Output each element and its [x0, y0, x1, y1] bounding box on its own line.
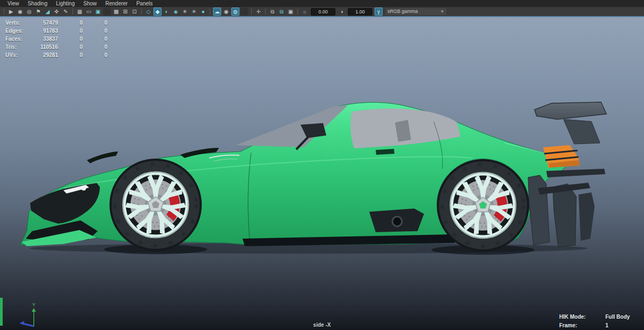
toolbar-separator: [72, 9, 73, 15]
poly-label: Tris:: [5, 44, 33, 50]
color-transform-dropdown[interactable]: sRGB gamma ▼: [385, 8, 447, 16]
poly-value: 0: [58, 44, 83, 50]
field-chart-icon[interactable]: ▩: [112, 8, 120, 16]
contrast-field[interactable]: 1.00: [348, 8, 372, 16]
poly-value: 0: [83, 52, 107, 58]
poly-label: UVs:: [5, 52, 33, 58]
depth-of-field-icon[interactable]: ■: [240, 8, 248, 16]
wireframe-on-shaded-icon[interactable]: ◈: [172, 8, 180, 16]
toolbar-separator: [210, 9, 210, 15]
poly-value: 0: [58, 52, 83, 58]
camera-attributes-icon[interactable]: ◎: [25, 8, 33, 16]
textured-icon[interactable]: ◐: [163, 8, 171, 16]
bookmark-icon[interactable]: ⚑: [34, 8, 42, 16]
poly-label: Edges:: [5, 28, 33, 34]
poly-count-row: Edges: 91783 0 0: [5, 27, 107, 35]
safe-title-icon[interactable]: ⊡: [130, 8, 138, 16]
film-gate-icon[interactable]: ▭: [85, 8, 93, 16]
hik-hud: HIK Mode: Full Body Frame: 1: [559, 314, 640, 330]
isolate-select-icon[interactable]: ✛: [254, 8, 262, 16]
poly-label: Faces:: [5, 36, 33, 42]
poly-value: 33837: [33, 36, 58, 42]
image-plane-icon[interactable]: ◢: [43, 8, 52, 16]
menu-shading[interactable]: Shading: [24, 0, 52, 7]
poly-count-hud: Verts: 57479 0 0 Edges: 91783 0 0 Faces:…: [5, 19, 107, 59]
hik-mode-label: HIK Mode:: [559, 314, 605, 322]
poly-count-row: UVs: 29281 0 0: [5, 51, 107, 59]
grid-icon[interactable]: ▦: [76, 8, 84, 16]
hik-mode-value: Full Body: [605, 314, 630, 322]
snapshot-icon[interactable]: ⧉: [268, 8, 276, 16]
taillight: [543, 145, 580, 168]
lights-icon[interactable]: ☀: [190, 8, 198, 16]
chevron-down-icon: ▼: [440, 8, 444, 15]
motion-blur-icon[interactable]: ◉: [222, 8, 230, 16]
menu-renderer[interactable]: Renderer: [101, 0, 132, 7]
menu-view[interactable]: View: [3, 0, 24, 7]
poly-value: 0: [83, 44, 107, 50]
toolbar-separator: [297, 9, 298, 15]
shadows-icon[interactable]: ●: [199, 8, 207, 16]
axis-gizmo: Y: [10, 301, 47, 330]
exposure-field[interactable]: 0.00: [311, 8, 335, 16]
poly-value: 0: [58, 20, 83, 26]
viewport-3d[interactable]: Verts: 57479 0 0 Edges: 91783 0 0 Faces:…: [0, 16, 644, 330]
wireframe-icon[interactable]: ◇: [144, 8, 152, 16]
anti-aliasing-icon[interactable]: ◍: [231, 8, 239, 16]
pan-zoom-icon[interactable]: ✜: [53, 8, 61, 16]
axis-y-label: Y: [32, 302, 35, 307]
camera-name-label: side -X: [0, 322, 644, 328]
ssao-icon[interactable]: ☁: [213, 8, 221, 16]
poly-value: 57479: [33, 20, 58, 26]
poly-value: 29281: [33, 52, 58, 58]
toolbar-separator: [251, 9, 252, 15]
poly-count-row: Verts: 57479 0 0: [5, 19, 107, 27]
gamma-icon[interactable]: γ: [375, 8, 383, 16]
car-model-render: [0, 17, 644, 330]
poly-label: Verts:: [5, 20, 33, 26]
poly-value: 0: [58, 36, 83, 42]
xray-icon[interactable]: ✳: [181, 8, 189, 16]
panel-menu-bar: View Shading Lighting Show Renderer Pane…: [0, 0, 644, 7]
toolbar-separator: [4, 9, 4, 15]
frame-value: 1: [605, 322, 609, 330]
resolution-gate-icon[interactable]: ▣: [94, 8, 102, 16]
image-view-icon[interactable]: ▣: [287, 8, 295, 16]
menu-lighting[interactable]: Lighting: [52, 0, 79, 7]
maya-viewport-window: View Shading Lighting Show Renderer Pane…: [0, 0, 644, 330]
toolbar-separator: [141, 9, 142, 15]
poly-value: 0: [83, 28, 107, 34]
toolbar-separator: [265, 9, 266, 15]
color-transform-value: sRGB gamma: [387, 8, 418, 15]
grease-pencil-icon[interactable]: ✎: [62, 8, 70, 16]
exposure-icon[interactable]: ☼: [301, 8, 309, 16]
menu-show[interactable]: Show: [79, 0, 101, 7]
poly-value: 91783: [33, 28, 58, 34]
gate-mask-icon[interactable]: ■: [103, 8, 111, 16]
left-edge-highlight: [0, 298, 3, 326]
poly-count-row: Tris: 110516 0 0: [5, 43, 107, 51]
camera-icon[interactable]: ▶: [7, 8, 15, 16]
poly-count-row: Faces: 33837 0 0: [5, 35, 107, 43]
rear-wheel[interactable]: [437, 159, 529, 252]
menu-panels[interactable]: Panels: [132, 0, 157, 7]
rear-wing[interactable]: [535, 102, 606, 144]
rear-diffuser: [528, 169, 605, 247]
panel-toolbar: ▶ ◉ ◎ ⚑ ◢ ✜ ✎ ▦ ▭ ▣ ■ ▩ ⊞ ⊡ ◇ ◆ ◐ ◈ ✳ ☀ …: [0, 7, 644, 16]
poly-value: 0: [83, 36, 107, 42]
poly-value: 110516: [33, 44, 58, 50]
exhaust-outlet: [392, 217, 402, 226]
poly-value: 0: [58, 28, 83, 34]
select-camera-icon[interactable]: ◉: [16, 8, 24, 16]
safe-action-icon[interactable]: ⊞: [121, 8, 129, 16]
poly-value: 0: [83, 20, 107, 26]
smooth-shade-icon[interactable]: ◆: [153, 8, 162, 16]
contrast-icon[interactable]: ◑: [338, 8, 346, 16]
frame-label: Frame:: [559, 322, 605, 330]
snapshot-2-icon[interactable]: ⧉: [277, 8, 286, 16]
front-wheel[interactable]: [109, 159, 202, 251]
